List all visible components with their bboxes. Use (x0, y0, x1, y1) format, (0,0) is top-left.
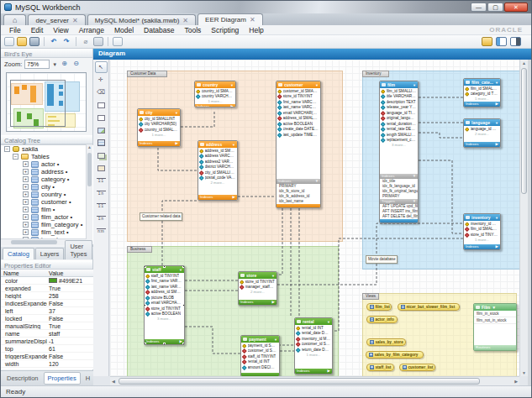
tool-rel-1-n-id[interactable]: 1:n (95, 212, 108, 224)
menu-scripting[interactable]: Scripting (206, 26, 244, 34)
property-row-indicesExpanded[interactable]: indicesExpandedFalse (1, 300, 93, 307)
tool-rel-n-m[interactable]: n:m (95, 225, 108, 237)
tree-item-city[interactable]: +city • (1, 183, 93, 191)
collapse-icon[interactable]: ▼ (495, 121, 498, 125)
bottom-tab-h[interactable]: H (82, 373, 93, 384)
table-payment[interactable]: payment▼payment_id SMAL...customer_id SM… (240, 335, 280, 376)
maximize-button[interactable]: ▢ (487, 3, 503, 12)
table-header[interactable]: film▼ (380, 81, 418, 88)
view-film_list[interactable]: film_list (366, 303, 392, 311)
no-magnet-icon[interactable]: ⌀ (81, 37, 91, 46)
zoom-value-input[interactable]: 75% (24, 60, 50, 69)
collapse-icon[interactable]: ▼ (274, 338, 277, 342)
tool-rel-1-1-nonid[interactable]: 1:1 (95, 175, 108, 186)
redo-icon[interactable]: ↷ (61, 37, 71, 46)
property-row-left[interactable]: left37 (1, 307, 93, 315)
table-footer[interactable]: Indexes▶ (464, 244, 500, 249)
tree-item-schema[interactable]: −sakila (1, 145, 93, 153)
tree-item-country[interactable]: +country • (1, 191, 93, 198)
zoom-dropdown-icon[interactable]: ▼ (52, 62, 57, 67)
routine-group-header[interactable]: Film▼ (474, 304, 516, 311)
tree-item-film_text[interactable]: +film_text • (1, 228, 93, 236)
tree-expander-icon[interactable]: + (23, 229, 29, 235)
tool-rel-1-1-id[interactable]: 1:1 (95, 200, 108, 212)
tree-expander-icon[interactable]: + (23, 184, 29, 190)
table-store[interactable]: store▼store_id TINYINTmanager_staff_id .… (238, 271, 277, 306)
tree-expander-icon[interactable]: + (23, 176, 29, 182)
open-model-icon[interactable] (17, 37, 27, 46)
zoom-out-icon[interactable]: ⊖ (71, 60, 81, 69)
collapse-icon[interactable]: ▼ (315, 83, 319, 87)
tree-expander-icon[interactable]: − (4, 146, 10, 152)
table-header[interactable]: address▼ (198, 141, 237, 148)
panel-tab-user-types[interactable]: User Types (65, 240, 92, 259)
menu-edit[interactable]: Edit (26, 26, 49, 34)
tree-expander-icon[interactable]: + (23, 207, 29, 212)
routine-item[interactable]: film_in_stock (474, 311, 516, 317)
tree-expander-icon[interactable]: + (23, 222, 29, 228)
save-model-icon[interactable] (29, 37, 40, 46)
document-tab-3[interactable]: EER Diagram✕ (198, 13, 263, 25)
property-row-height[interactable]: height258 (1, 292, 93, 300)
table-language[interactable]: language▼language_id TINY...2 more...Ind… (463, 118, 501, 148)
collapse-icon[interactable]: ▼ (271, 274, 275, 278)
panel-tab-layers[interactable]: Layers (35, 248, 65, 259)
routine-group-film[interactable]: Film▼film_in_stockfilm_not_in_stockRouti… (473, 303, 517, 351)
table-address[interactable]: address▼address_id SMALLINTaddress VARCH… (198, 140, 238, 201)
tree-expander-icon[interactable]: + (23, 214, 29, 220)
table-footer[interactable]: Indexes▶ (464, 102, 500, 107)
tool-rel-1-n-nonid[interactable]: 1:n (95, 187, 108, 199)
table-footer[interactable] (277, 204, 320, 207)
table-header[interactable]: inventory▼ (464, 214, 500, 221)
new-window-icon[interactable] (113, 37, 123, 46)
tool-image[interactable] (95, 124, 108, 136)
table-staff[interactable]: staff▼staff_id TINYINTfirst_name VARCH..… (144, 265, 185, 345)
tool-table[interactable] (95, 137, 108, 149)
tab-close-icon[interactable]: ✕ (182, 17, 188, 24)
table-footer[interactable]: Indexes▶ (138, 141, 180, 146)
table-footer[interactable] (380, 219, 418, 223)
minimap-viewport[interactable] (10, 80, 66, 127)
minimize-button[interactable]: — (471, 3, 487, 12)
selection-handle[interactable] (182, 304, 186, 307)
zoom-in-icon[interactable]: ⊕ (60, 60, 69, 69)
tree-expander-icon[interactable]: − (13, 154, 18, 160)
selection-handle[interactable] (163, 265, 166, 268)
panel-tab-catalog[interactable]: Catalog (3, 248, 34, 259)
tree-item-address[interactable]: +address • (1, 168, 93, 175)
table-inventory[interactable]: inventory▼inventory_id MEDI...film_id SM… (463, 213, 501, 250)
tree-item-customer[interactable]: +customer • (1, 198, 93, 206)
view-customer_list[interactable]: customer_list (399, 364, 435, 371)
table-film_category[interactable]: film_cate...▼film_id SMALLINTcategory_id… (463, 78, 501, 107)
new-document-icon[interactable] (4, 37, 14, 46)
tool-pointer[interactable]: ↖ (95, 61, 108, 73)
table-header[interactable]: payment▼ (241, 336, 279, 343)
selection-handle[interactable] (163, 343, 166, 346)
menu-arrange[interactable]: Arrange (74, 26, 109, 34)
selection-handle[interactable] (144, 265, 146, 268)
tool-eraser[interactable]: ⌫ (95, 86, 108, 98)
table-city[interactable]: city▼city_id SMALLINTcity VARCHAR(50)cou… (137, 108, 181, 147)
selection-handle[interactable] (144, 304, 146, 307)
tree-item-film_actor[interactable]: +film_actor • (1, 213, 93, 221)
menu-file[interactable]: File (4, 26, 26, 34)
table-footer[interactable]: Indexes▶ (295, 369, 332, 374)
document-tab-1[interactable]: dev_server✕ (28, 14, 85, 25)
selection-handle[interactable] (182, 265, 186, 268)
table-header[interactable]: customer▼ (277, 81, 320, 88)
diagram-vscrollbar[interactable]: ▲▼ (519, 60, 528, 376)
view-sales_by_film_category[interactable]: sales_by_film_category (366, 351, 424, 359)
menu-tools[interactable]: Tools (179, 26, 206, 34)
tool-hand[interactable]: ✛ (95, 74, 108, 86)
birdseye-minimap[interactable] (6, 72, 87, 132)
close-button[interactable]: ✕ (504, 3, 528, 12)
view-sales_by_store[interactable]: sales_by_store (366, 338, 406, 346)
property-row-summarizeDisplay[interactable]: summarizeDisplay-1 (1, 338, 93, 345)
collapse-icon[interactable]: ▼ (327, 320, 330, 324)
property-row-triggersExpanded[interactable]: triggersExpandedFalse (1, 353, 93, 360)
table-header[interactable]: film_cate...▼ (464, 79, 500, 86)
note-customer-note[interactable]: Customer related data (140, 212, 182, 221)
property-row-name[interactable]: namestaff (1, 330, 93, 338)
undo-icon[interactable]: ↶ (49, 37, 59, 46)
property-row-manualSizing[interactable]: manualSizingTrue (1, 322, 93, 330)
